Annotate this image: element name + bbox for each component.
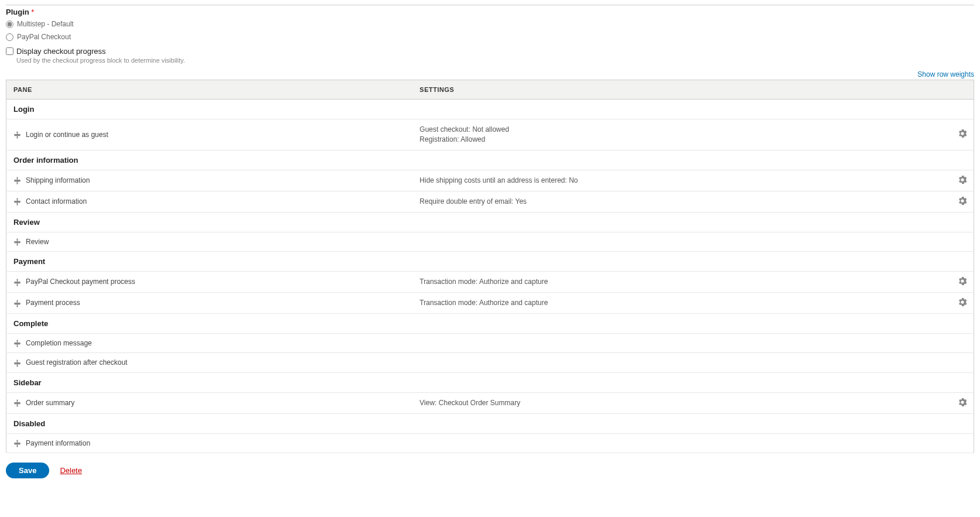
section-title: Login [6, 100, 974, 119]
drag-handle-icon[interactable] [13, 359, 21, 367]
section-title: Order information [6, 150, 974, 170]
plugin-radio-label-0: Multistep - Default [17, 20, 74, 28]
pane-settings: View: Checkout Order Summary [412, 392, 951, 413]
delete-link[interactable]: Delete [60, 466, 82, 475]
gear-icon[interactable] [958, 398, 967, 406]
gear-icon[interactable] [958, 176, 967, 184]
table-row: PayPal Checkout payment processTransacti… [6, 271, 974, 292]
drag-handle-icon[interactable] [13, 131, 21, 139]
table-row: Shipping informationHide shipping costs … [6, 170, 974, 191]
display-progress-help: Used by the checkout progress block to d… [16, 57, 974, 64]
pane-name: Review [26, 238, 49, 246]
pane-settings: Transaction mode: Authorize and capture [412, 292, 951, 313]
table-row: Review [6, 232, 974, 251]
drag-handle-icon[interactable] [13, 340, 21, 347]
pane-settings [412, 433, 951, 453]
plugin-label: Plugin [6, 8, 29, 16]
pane-name: Payment information [26, 439, 90, 447]
drag-handle-icon[interactable] [13, 440, 21, 447]
gear-icon[interactable] [958, 197, 967, 205]
th-gear [951, 80, 974, 100]
section-title: Sidebar [6, 372, 974, 392]
pane-name: Shipping information [26, 176, 90, 184]
pane-name: Completion message [26, 339, 92, 347]
table-row: Payment processTransaction mode: Authori… [6, 292, 974, 313]
pane-settings [412, 333, 951, 352]
drag-handle-icon[interactable] [13, 300, 21, 307]
section-title: Disabled [6, 413, 974, 433]
drag-handle-icon[interactable] [13, 198, 21, 206]
th-pane: PANE [6, 80, 413, 100]
table-row: Contact informationRequire double entry … [6, 191, 974, 212]
section-title: Payment [6, 251, 974, 271]
plugin-radio-1[interactable] [6, 33, 13, 41]
pane-settings [412, 353, 951, 372]
plugin-radio-0[interactable] [6, 20, 13, 28]
pane-name: Order summary [26, 399, 74, 407]
gear-icon[interactable] [958, 298, 967, 306]
pane-name: PayPal Checkout payment process [26, 278, 135, 286]
save-button[interactable]: Save [6, 463, 49, 478]
section-title: Review [6, 212, 974, 232]
pane-settings: Guest checkout: Not allowedRegistration:… [412, 119, 951, 150]
th-settings: SETTINGS [412, 80, 951, 100]
panes-table: PANE SETTINGS LoginLogin or continue as … [6, 80, 974, 453]
gear-icon[interactable] [958, 277, 967, 285]
table-row: Guest registration after checkout [6, 353, 974, 372]
table-row: Login or continue as guestGuest checkout… [6, 119, 974, 150]
table-row: Completion message [6, 333, 974, 352]
drag-handle-icon[interactable] [13, 279, 21, 286]
display-progress-label: Display checkout progress [16, 47, 105, 56]
plugin-radio-label-1: PayPal Checkout [17, 33, 71, 41]
pane-name: Guest registration after checkout [26, 358, 127, 367]
required-mark: * [31, 8, 34, 16]
show-row-weights-link[interactable]: Show row weights [917, 70, 974, 78]
pane-name: Contact information [26, 197, 87, 206]
pane-settings [412, 232, 951, 251]
section-title: Complete [6, 313, 974, 333]
pane-name: Payment process [26, 299, 80, 307]
pane-settings: Require double entry of email: Yes [412, 191, 951, 212]
drag-handle-icon[interactable] [13, 399, 21, 407]
display-progress-checkbox[interactable] [6, 47, 13, 55]
pane-name: Login or continue as guest [26, 131, 108, 139]
drag-handle-icon[interactable] [13, 238, 21, 246]
pane-settings: Transaction mode: Authorize and capture [412, 271, 951, 292]
drag-handle-icon[interactable] [13, 177, 21, 184]
table-row: Order summaryView: Checkout Order Summar… [6, 392, 974, 413]
gear-icon[interactable] [958, 129, 967, 138]
table-row: Payment information [6, 433, 974, 453]
pane-settings: Hide shipping costs until an address is … [412, 170, 951, 191]
